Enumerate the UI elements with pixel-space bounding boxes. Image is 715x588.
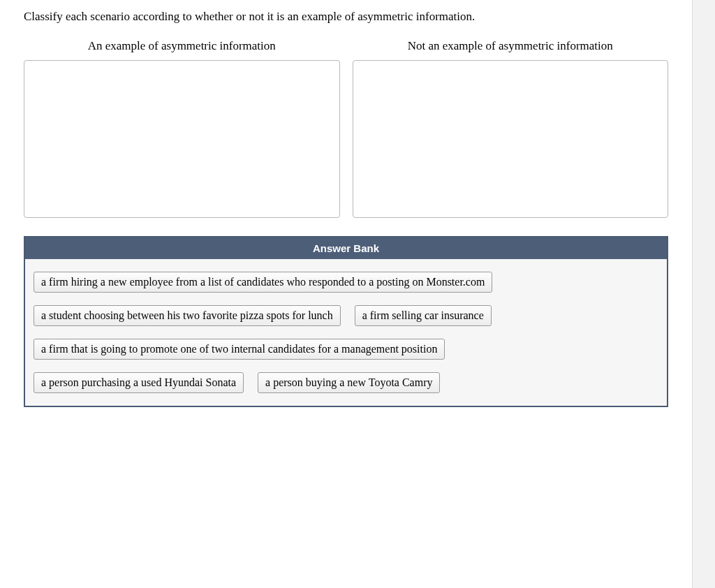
answer-item[interactable]: a person buying a new Toyota Camry <box>258 372 440 393</box>
answer-item[interactable]: a firm that is going to promote one of t… <box>34 339 445 360</box>
zone-label-not-asymmetric: Not an example of asymmetric information <box>408 39 613 53</box>
drop-box-not-asymmetric[interactable] <box>353 60 669 218</box>
zone-column-asymmetric: An example of asymmetric information <box>24 39 340 218</box>
answer-bank: Answer Bank a firm hiring a new employee… <box>24 236 668 407</box>
question-text: Classify each scenario according to whet… <box>0 7 692 34</box>
answer-item[interactable]: a person purchasing a used Hyundai Sonat… <box>34 372 244 393</box>
answer-row: a person purchasing a used Hyundai Sonat… <box>34 372 658 393</box>
answer-bank-body: a firm hiring a new employee from a list… <box>25 259 667 406</box>
content-panel: Classify each scenario according to whet… <box>0 0 693 588</box>
drop-zones-container: An example of asymmetric information Not… <box>0 39 692 218</box>
drop-box-asymmetric[interactable] <box>24 60 340 218</box>
answer-row: a firm that is going to promote one of t… <box>34 339 658 360</box>
answer-bank-header: Answer Bank <box>25 237 667 259</box>
answer-item[interactable]: a firm selling car insurance <box>355 305 492 326</box>
answer-item[interactable]: a firm hiring a new employee from a list… <box>34 272 492 293</box>
zone-label-asymmetric: An example of asymmetric information <box>88 39 276 53</box>
answer-item[interactable]: a student choosing between his two favor… <box>34 305 341 326</box>
zone-column-not-asymmetric: Not an example of asymmetric information <box>353 39 669 218</box>
answer-row: a student choosing between his two favor… <box>34 305 658 326</box>
answer-row: a firm hiring a new employee from a list… <box>34 272 658 293</box>
